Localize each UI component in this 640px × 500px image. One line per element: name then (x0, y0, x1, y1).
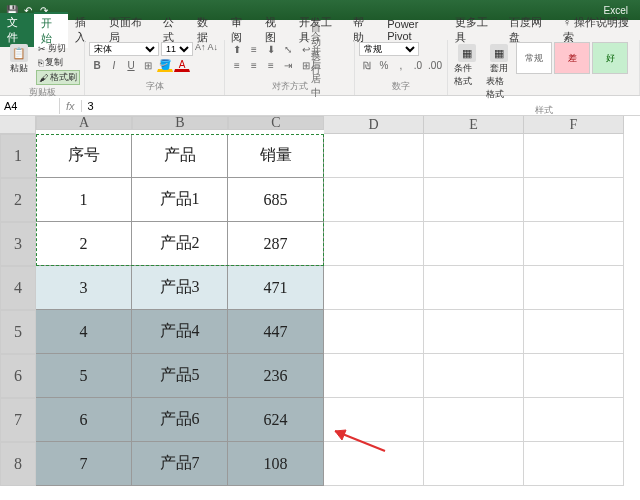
cell[interactable] (524, 354, 624, 398)
cell[interactable]: 产品 (132, 134, 228, 178)
cell[interactable] (524, 398, 624, 442)
cell[interactable]: 287 (228, 222, 324, 266)
comma-icon[interactable]: , (393, 58, 409, 72)
cut-button[interactable]: ✂ 剪切 (36, 42, 80, 55)
cell[interactable]: 1 (36, 178, 132, 222)
fill-color-button[interactable]: 🪣 (157, 58, 173, 72)
cell[interactable] (524, 442, 624, 486)
indent-icon[interactable]: ⇥ (280, 58, 296, 72)
cell[interactable] (324, 222, 424, 266)
row-header[interactable]: 3 (0, 222, 36, 266)
cell[interactable]: 108 (228, 442, 324, 486)
cell[interactable] (424, 310, 524, 354)
cell[interactable] (424, 442, 524, 486)
col-header-e[interactable]: E (424, 116, 524, 134)
align-center-icon[interactable]: ≡ (246, 58, 262, 72)
cell[interactable] (324, 178, 424, 222)
cell[interactable]: 产品4 (132, 310, 228, 354)
align-middle-icon[interactable]: ≡ (246, 42, 262, 56)
format-as-table-button[interactable]: ▦套用表格格式 (484, 42, 514, 103)
cell[interactable] (324, 266, 424, 310)
row-header[interactable]: 2 (0, 178, 36, 222)
cell[interactable]: 471 (228, 266, 324, 310)
select-all-corner[interactable] (0, 116, 36, 134)
decrease-font-icon[interactable]: A↓ (208, 42, 219, 56)
cell[interactable]: 6 (36, 398, 132, 442)
cell[interactable]: 产品7 (132, 442, 228, 486)
align-bottom-icon[interactable]: ⬇ (263, 42, 279, 56)
cell[interactable]: 5 (36, 354, 132, 398)
format-painter-button[interactable]: 🖌 格式刷 (36, 70, 80, 85)
conditional-format-button[interactable]: ▦条件格式 (452, 42, 482, 90)
cell[interactable] (324, 354, 424, 398)
col-header-d[interactable]: D (324, 116, 424, 134)
align-right-icon[interactable]: ≡ (263, 58, 279, 72)
col-header-b[interactable]: B (132, 116, 228, 130)
cell[interactable] (424, 178, 524, 222)
style-good[interactable]: 好 (592, 42, 628, 74)
copy-button[interactable]: ⎘ 复制 (36, 56, 80, 69)
cell[interactable]: 624 (228, 398, 324, 442)
cell[interactable] (424, 266, 524, 310)
cell[interactable] (324, 134, 424, 178)
row-header[interactable]: 4 (0, 266, 36, 310)
cell[interactable] (524, 134, 624, 178)
cell[interactable] (424, 222, 524, 266)
merge-button[interactable]: ⊞合并后居中 (297, 58, 331, 72)
orientation-icon[interactable]: ⤡ (280, 42, 296, 56)
italic-button[interactable]: I (106, 58, 122, 72)
col-header-a[interactable]: A (36, 116, 132, 130)
cell[interactable]: 销量 (228, 134, 324, 178)
cell[interactable]: 447 (228, 310, 324, 354)
fx-button[interactable]: fx (60, 100, 82, 112)
cell[interactable]: 产品1 (132, 178, 228, 222)
cell[interactable] (324, 310, 424, 354)
cell[interactable]: 产品3 (132, 266, 228, 310)
align-left-icon[interactable]: ≡ (229, 58, 245, 72)
cell[interactable]: 产品6 (132, 398, 228, 442)
style-normal[interactable]: 常规 (516, 42, 552, 74)
cell[interactable]: 2 (36, 222, 132, 266)
align-top-icon[interactable]: ⬆ (229, 42, 245, 56)
cell[interactable]: 3 (36, 266, 132, 310)
row-header[interactable]: 8 (0, 442, 36, 486)
currency-icon[interactable]: ₪ (359, 58, 375, 72)
increase-decimal-icon[interactable]: .0 (410, 58, 426, 72)
font-color-button[interactable]: A (174, 58, 190, 72)
cell[interactable]: 序号 (36, 134, 132, 178)
cell[interactable]: 4 (36, 310, 132, 354)
cell[interactable] (424, 354, 524, 398)
row-header[interactable]: 6 (0, 354, 36, 398)
underline-button[interactable]: U (123, 58, 139, 72)
cell[interactable] (424, 134, 524, 178)
cell[interactable]: 7 (36, 442, 132, 486)
row-header[interactable]: 7 (0, 398, 36, 442)
col-header-c[interactable]: C (228, 116, 324, 130)
decrease-decimal-icon[interactable]: .00 (427, 58, 443, 72)
name-box[interactable]: A4 (0, 98, 60, 114)
font-name-select[interactable]: 宋体 (89, 42, 159, 56)
cell-styles-gallery[interactable]: 常规 差 好 (516, 42, 628, 74)
cell[interactable] (524, 266, 624, 310)
row-header[interactable]: 1 (0, 134, 36, 178)
worksheet[interactable]: A B C D E F 1序号产品销量21产品168532产品228743产品3… (0, 116, 640, 486)
cell[interactable] (524, 310, 624, 354)
style-bad[interactable]: 差 (554, 42, 590, 74)
cell[interactable]: 685 (228, 178, 324, 222)
percent-icon[interactable]: % (376, 58, 392, 72)
cell[interactable]: 产品5 (132, 354, 228, 398)
cell[interactable]: 236 (228, 354, 324, 398)
row-header[interactable]: 5 (0, 310, 36, 354)
bold-button[interactable]: B (89, 58, 105, 72)
font-size-select[interactable]: 11 (161, 42, 193, 56)
number-format-select[interactable]: 常规 (359, 42, 419, 56)
increase-font-icon[interactable]: A↑ (195, 42, 206, 56)
formula-input[interactable]: 3 (82, 98, 640, 114)
cell[interactable] (524, 222, 624, 266)
border-button[interactable]: ⊞ (140, 58, 156, 72)
cell[interactable] (524, 178, 624, 222)
col-header-f[interactable]: F (524, 116, 624, 134)
cell[interactable]: 产品2 (132, 222, 228, 266)
cell[interactable] (424, 398, 524, 442)
paste-button[interactable]: 📋 粘贴 (4, 42, 34, 77)
